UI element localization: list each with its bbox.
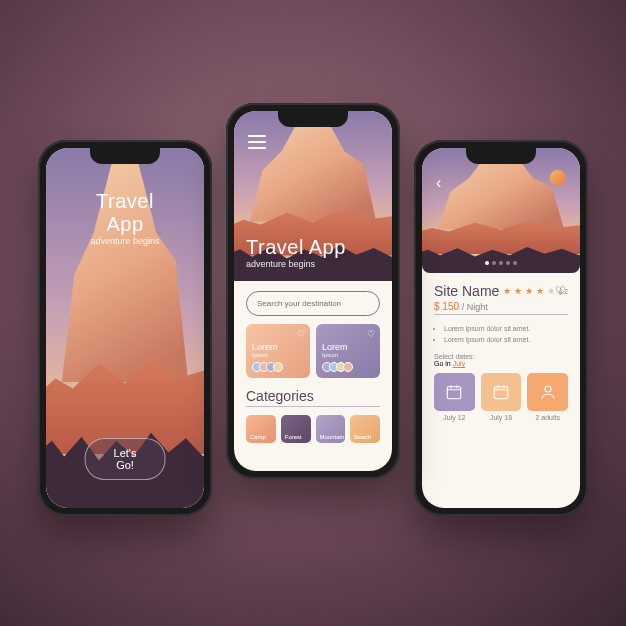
go-in-row: Go in July	[434, 360, 568, 367]
checkout-label: July 18	[481, 414, 522, 421]
home-content: ♡ Lorem Ipsum ♡ Lorem Ipsum Categories	[234, 281, 392, 453]
month-link[interactable]: July	[453, 360, 465, 367]
price-value: $ 150	[434, 301, 459, 312]
price-unit: / Night	[462, 302, 488, 312]
detail-hero: ‹	[422, 148, 580, 273]
destination-card[interactable]: ♡ Lorem Ipsum	[316, 324, 380, 378]
home-title-block: Travel App adventure begins	[246, 236, 346, 269]
carousel-dots[interactable]	[485, 261, 517, 265]
price-row: $ 150 / Night	[434, 301, 568, 312]
category-mountain[interactable]: Mountain	[316, 415, 346, 443]
checkin-date-button[interactable]	[434, 373, 475, 411]
select-dates-label: Select dates:	[434, 353, 568, 360]
notch	[278, 111, 348, 127]
app-title: Travel App	[246, 236, 346, 259]
checkout-date-button[interactable]	[481, 373, 522, 411]
app-subtitle: adventure begins	[246, 259, 346, 269]
avatar-group	[322, 362, 374, 372]
date-labels-row: July 12 July 18 2 adults	[434, 414, 568, 421]
heart-icon[interactable]: ♡	[367, 329, 375, 339]
detail-screen: ‹ ♡ Site Name ★★★★★ 4.2 $ 150 / Night Lo…	[422, 148, 580, 508]
guests-button[interactable]	[527, 373, 568, 411]
svg-rect-1	[494, 387, 508, 399]
person-icon	[539, 383, 557, 401]
back-icon[interactable]: ‹	[436, 174, 441, 192]
phone-detail: ‹ ♡ Site Name ★★★★★ 4.2 $ 150 / Night Lo…	[414, 140, 588, 516]
favorite-icon[interactable]: ♡	[555, 284, 566, 298]
home-screen: Travel App adventure begins ♡ Lorem Ipsu…	[234, 111, 392, 471]
svg-rect-0	[448, 387, 462, 399]
categories-heading: Categories	[246, 388, 380, 404]
avatar-group	[252, 362, 304, 372]
category-forest[interactable]: Forest	[281, 415, 311, 443]
calendar-icon	[445, 383, 463, 401]
phone-home: Travel App adventure begins ♡ Lorem Ipsu…	[226, 103, 400, 479]
card-title: Lorem	[322, 342, 374, 352]
app-subtitle: adventure begins	[86, 236, 165, 246]
destination-cards: ♡ Lorem Ipsum ♡ Lorem Ipsum	[246, 324, 380, 378]
lets-go-button[interactable]: Let's Go!	[85, 438, 166, 480]
app-title: Travel App	[86, 190, 165, 236]
splash-screen: Travel App adventure begins Let's Go!	[46, 148, 204, 508]
calendar-icon	[492, 383, 510, 401]
list-item: Lorem ipsum dolor sit amet.	[444, 334, 568, 345]
profile-avatar[interactable]	[550, 170, 566, 186]
category-camp[interactable]: Camp	[246, 415, 276, 443]
checkin-label: July 12	[434, 414, 475, 421]
guests-label: 2 adults	[527, 414, 568, 421]
categories-row: Camp Forest Mountain Beach	[246, 415, 380, 443]
splash-hero: Travel App adventure begins Let's Go!	[46, 148, 204, 508]
divider	[434, 314, 568, 315]
amenities-list: Lorem ipsum dolor sit amet. Lorem ipsum …	[434, 323, 568, 345]
date-picker-row	[434, 373, 568, 411]
divider	[246, 406, 380, 407]
card-subtitle: Ipsum	[322, 352, 374, 358]
svg-point-2	[545, 386, 551, 392]
destination-card[interactable]: ♡ Lorem Ipsum	[246, 324, 310, 378]
splash-title-block: Travel App adventure begins	[86, 190, 165, 394]
card-title: Lorem	[252, 342, 304, 352]
phone-splash: Travel App adventure begins Let's Go!	[38, 140, 212, 516]
hamburger-icon[interactable]	[248, 135, 266, 149]
search-input[interactable]	[246, 291, 380, 316]
list-item: Lorem ipsum dolor sit amet.	[444, 323, 568, 334]
category-beach[interactable]: Beach	[350, 415, 380, 443]
notch	[90, 148, 160, 164]
home-hero: Travel App adventure begins	[234, 111, 392, 281]
site-name: Site Name	[434, 283, 499, 299]
card-subtitle: Ipsum	[252, 352, 304, 358]
notch	[466, 148, 536, 164]
heart-icon[interactable]: ♡	[297, 329, 305, 339]
